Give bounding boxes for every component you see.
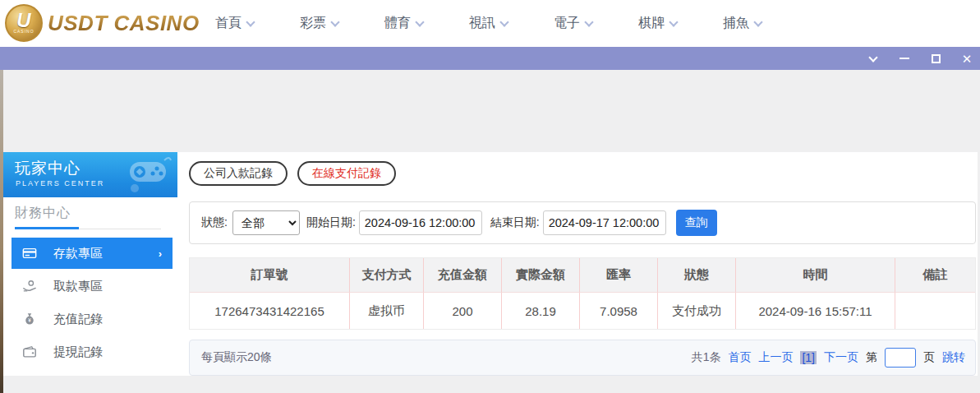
jump-prefix-label: 第 [866,350,877,365]
start-date-input[interactable] [359,210,482,235]
query-button[interactable]: 查詢 [676,210,717,236]
nav-item-5[interactable]: 電子 [554,15,592,32]
sidebar-item-label: 取款專區 [53,279,103,294]
chevron-down-icon [669,17,678,26]
section-underline [15,227,161,229]
sidebar-item-label: 充值記錄 [53,312,103,327]
tab-1[interactable]: 公司入款記錄 [189,161,288,186]
hand-money-icon [22,279,37,294]
sidebar-item-label: 提現記錄 [53,344,103,360]
chevron-down-icon [584,17,593,26]
sidebar-item-4[interactable]: 提現記錄› [12,336,173,368]
sidebar-title: 玩家中心 [15,158,81,179]
chevron-down-icon [499,17,508,26]
status-label: 狀態: [201,215,228,230]
nav-label: 彩票 [300,15,326,32]
jump-suffix-label: 页 [923,350,935,365]
sidebar-menu: 存款專區›取款專區›¥充值記錄›提現記錄› [12,238,173,369]
chevron-down-icon[interactable] [867,52,880,65]
column-header: 匯率 [580,258,658,293]
sidebar-subtitle: PLAYERS CENTER [16,179,104,187]
table-cell: 28.19 [502,293,580,329]
nav-label: 視訊 [469,15,495,32]
tab-2[interactable]: 在線支付記錄 [297,161,396,186]
table-header-row: 訂單號支付方式充值金額實際金額匯率狀態時間備註 [190,258,975,293]
column-header: 狀態 [658,258,736,293]
status-select[interactable]: 全部 [232,210,300,235]
pagination-bar: 每頁顯示20條 共1条 首页 上一页 [1] 下一页 第 页 跳转 [189,340,976,376]
page-size-text: 每頁顯示20條 [201,350,272,365]
money-bag-icon: ¥ [22,312,37,326]
table-row: 1726473431422165虚拟币20028.197.0958支付成功202… [190,293,975,329]
end-date-label: 結束日期: [490,215,540,230]
column-header: 時間 [736,258,895,293]
nav-item-6[interactable]: 棋牌 [638,15,677,32]
column-header: 備註 [895,258,975,293]
jump-page-input[interactable] [885,348,916,368]
main-nav: 首頁彩票體育視訊電子棋牌捕魚 [215,0,761,47]
start-date-label: 開始日期: [306,215,356,230]
chevron-down-icon [246,17,255,26]
first-page-link[interactable]: 首页 [728,350,751,365]
sidebar-item-2[interactable]: 取款專區› [12,270,173,302]
coin-caption: CASINO [13,29,34,34]
column-header: 支付方式 [350,258,424,293]
nav-item-1[interactable]: 首頁 [215,15,254,32]
pagination-controls: 共1条 首页 上一页 [1] 下一页 第 页 跳转 [692,348,965,368]
nav-item-4[interactable]: 視訊 [469,15,508,32]
prev-page-link[interactable]: 上一页 [758,350,793,365]
sidebar-item-1[interactable]: 存款專區› [12,238,173,269]
sidebar-item-label: 存款專區 [53,246,103,261]
records-table: 訂單號支付方式充值金額實際金額匯率狀態時間備註 1726473431422165… [189,257,976,330]
coin-letter: U [16,12,30,29]
nav-label: 棋牌 [638,15,665,32]
nav-item-3[interactable]: 體育 [384,15,423,32]
table-cell: 支付成功 [658,293,736,329]
table-body: 1726473431422165虚拟币20028.197.0958支付成功202… [190,293,975,329]
nav-label: 體育 [384,15,411,32]
column-header: 實際金額 [502,258,580,293]
window-controls: ✕ [867,47,973,70]
nav-label: 首頁 [215,15,242,32]
sidebar-section-title: 財務中心 [15,205,71,222]
next-page-link[interactable]: 下一页 [824,350,858,365]
end-date-input[interactable] [543,210,666,235]
table-cell: 7.0958 [580,293,658,329]
nav-item-7[interactable]: 捕魚 [723,15,761,32]
brand-logo: U CASINO USDT CASINO [5,4,200,42]
nav-item-2[interactable]: 彩票 [300,15,338,32]
brand-name: USDT CASINO [48,11,200,36]
column-header: 充值金額 [424,258,502,293]
record-tabs: 公司入款記錄在線支付記錄 [189,161,396,186]
bank-card-icon [22,246,37,261]
nav-label: 捕魚 [723,15,749,32]
window-titlebar: ✕ [0,47,980,70]
sidebar: 玩家中心 PLAYERS CENTER 財務中心 存款專區›取款專區›¥充值記錄… [3,152,177,376]
sidebar-header: 玩家中心 PLAYERS CENTER [3,152,177,197]
chevron-down-icon [415,17,424,26]
current-page-indicator: [1] [800,351,817,364]
jump-button[interactable]: 跳转 [942,350,965,365]
table-cell: 2024-09-16 15:57:11 [736,293,895,329]
table-cell: 虚拟币 [350,293,424,329]
svg-text:¥: ¥ [28,317,31,323]
minimize-icon[interactable] [898,52,911,65]
wallet-icon [22,344,37,359]
sidebar-item-3[interactable]: ¥充值記錄› [12,303,173,335]
table-cell [895,293,975,329]
maximize-icon[interactable] [929,52,942,65]
chevron-down-icon [753,17,762,26]
total-count-text: 共1条 [692,350,721,365]
gamepad-icon [118,155,173,193]
table-cell: 200 [424,293,502,329]
top-header: U CASINO USDT CASINO 首頁彩票體育視訊電子棋牌捕魚 [0,0,980,47]
chevron-right-icon: › [159,247,162,260]
column-header: 訂單號 [190,258,350,293]
close-icon[interactable]: ✕ [960,52,973,65]
coin-logo-icon: U CASINO [5,4,43,42]
filter-panel: 狀態: 全部 開始日期: 結束日期: 查詢 [189,201,976,244]
chevron-down-icon [330,17,339,26]
table-cell: 1726473431422165 [190,293,350,329]
nav-label: 電子 [554,15,580,32]
